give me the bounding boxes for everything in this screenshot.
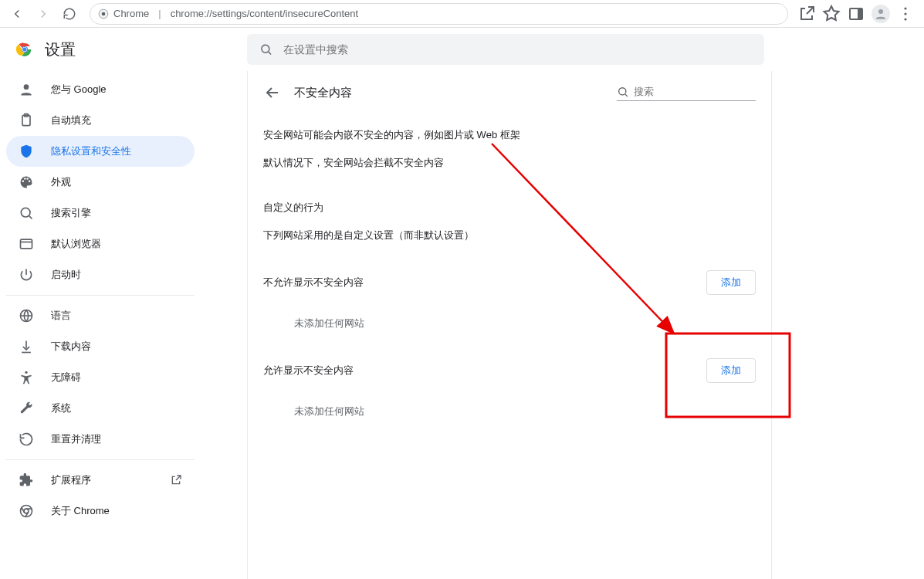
forward-icon bbox=[32, 3, 54, 25]
block-label: 不允许显示不安全内容 bbox=[263, 276, 364, 290]
sidebar-item-privacy-security[interactable]: 隐私设置和安全性 bbox=[6, 136, 195, 167]
search-icon bbox=[617, 85, 629, 99]
share-icon[interactable] bbox=[797, 5, 816, 23]
svg-point-5 bbox=[904, 7, 906, 9]
sidebar-item-search-engine[interactable]: 搜索引擎 bbox=[6, 198, 195, 229]
sidebar-item-label: 系统 bbox=[51, 401, 71, 415]
chrome-outline-icon bbox=[19, 503, 34, 519]
sidebar-item-label: 搜索引擎 bbox=[51, 206, 91, 220]
app-title: 设置 bbox=[45, 39, 76, 60]
person-icon bbox=[19, 82, 34, 97]
sidebar-item-label: 隐私设置和安全性 bbox=[51, 144, 131, 158]
block-empty-note: 未添加任何网站 bbox=[294, 317, 756, 330]
svg-point-10 bbox=[23, 48, 27, 52]
address-bar[interactable]: Chrome | chrome://settings/content/insec… bbox=[90, 3, 788, 25]
svg-point-21 bbox=[619, 87, 626, 94]
side-panel-icon[interactable] bbox=[847, 5, 865, 23]
sidebar-item-autofill[interactable]: 自动填充 bbox=[6, 105, 195, 136]
extension-icon bbox=[19, 472, 34, 488]
svg-rect-16 bbox=[21, 239, 32, 249]
allow-add-button[interactable]: 添加 bbox=[706, 358, 756, 383]
sidebar: 您与 Google 自动填充 隐私设置和安全性 外观 搜索引擎 默认浏览器 bbox=[0, 71, 201, 579]
clipboard-icon bbox=[19, 113, 34, 128]
svg-point-12 bbox=[24, 84, 29, 90]
shield-icon bbox=[19, 144, 34, 159]
custom-behavior-desc: 下列网站采用的是自定义设置（而非默认设置） bbox=[263, 229, 756, 242]
sidebar-item-label: 无障碍 bbox=[51, 371, 81, 384]
svg-point-15 bbox=[21, 208, 30, 217]
content-panel: 不安全内容 安全网站可能会内嵌不安全的内容，例如图片或 Web 框架 默认情况下… bbox=[247, 71, 772, 579]
custom-behavior-heading: 自定义的行为 bbox=[263, 201, 756, 215]
sidebar-item-label: 重置并清理 bbox=[51, 432, 101, 446]
menu-dots-icon[interactable] bbox=[896, 5, 915, 23]
allow-empty-note: 未添加任何网站 bbox=[294, 405, 756, 418]
sidebar-item-about-chrome[interactable]: 关于 Chrome bbox=[6, 496, 195, 527]
sidebar-item-accessibility[interactable]: 无障碍 bbox=[6, 362, 195, 393]
panel-header: 不安全内容 bbox=[263, 71, 756, 114]
sidebar-item-label: 自动填充 bbox=[51, 113, 91, 127]
svg-point-11 bbox=[262, 45, 269, 52]
svg-point-18 bbox=[25, 371, 27, 374]
sidebar-item-system[interactable]: 系统 bbox=[6, 393, 195, 424]
sidebar-item-label: 外观 bbox=[51, 175, 71, 189]
sidebar-item-label: 您与 Google bbox=[51, 83, 107, 96]
bookmark-star-icon[interactable] bbox=[822, 5, 841, 23]
sidebar-item-downloads[interactable]: 下载内容 bbox=[6, 331, 195, 362]
palette-icon bbox=[19, 174, 34, 190]
chrome-logo-icon bbox=[15, 40, 34, 59]
sidebar-item-appearance[interactable]: 外观 bbox=[6, 167, 195, 198]
reload-icon[interactable] bbox=[59, 3, 80, 25]
panel-search-input[interactable] bbox=[634, 86, 756, 97]
globe-icon bbox=[19, 308, 34, 323]
search-icon bbox=[19, 205, 34, 221]
wrench-icon bbox=[19, 401, 34, 416]
sidebar-item-label: 扩展程序 bbox=[51, 473, 91, 487]
address-prefix: Chrome bbox=[113, 8, 149, 19]
svg-point-4 bbox=[878, 9, 883, 14]
block-add-button[interactable]: 添加 bbox=[706, 270, 756, 295]
sidebar-item-label: 下载内容 bbox=[51, 340, 91, 354]
accessibility-icon bbox=[19, 370, 34, 385]
allow-group: 允许显示不安全内容 添加 未添加任何网站 bbox=[263, 358, 756, 418]
settings-search[interactable] bbox=[247, 34, 764, 65]
address-separator: | bbox=[158, 8, 161, 19]
svg-point-1 bbox=[102, 12, 106, 15]
back-arrow-button[interactable] bbox=[263, 83, 282, 102]
browser-icon bbox=[19, 236, 34, 252]
app-header: 设置 bbox=[0, 28, 924, 71]
address-path: chrome://settings/content/insecureConten… bbox=[171, 8, 359, 19]
sidebar-item-on-startup[interactable]: 启动时 bbox=[6, 259, 195, 290]
panel-description-2: 默认情况下，安全网站会拦截不安全内容 bbox=[263, 156, 756, 170]
svg-point-6 bbox=[904, 12, 906, 15]
sidebar-item-you-and-google[interactable]: 您与 Google bbox=[6, 74, 195, 105]
restore-icon bbox=[19, 432, 34, 447]
download-icon bbox=[19, 339, 34, 354]
sidebar-item-extensions[interactable]: 扩展程序 bbox=[6, 465, 195, 496]
panel-search[interactable] bbox=[617, 85, 756, 101]
profile-avatar[interactable] bbox=[872, 5, 890, 23]
panel-title: 不安全内容 bbox=[294, 86, 352, 100]
svg-rect-3 bbox=[858, 8, 862, 19]
sidebar-divider bbox=[6, 295, 195, 296]
search-icon bbox=[259, 42, 272, 56]
chrome-page-icon bbox=[98, 8, 109, 19]
sidebar-item-label: 启动时 bbox=[51, 268, 81, 282]
external-link-icon bbox=[170, 474, 182, 486]
sidebar-item-default-browser[interactable]: 默认浏览器 bbox=[6, 229, 195, 259]
svg-point-7 bbox=[904, 18, 906, 20]
settings-search-input[interactable] bbox=[283, 43, 752, 56]
sidebar-item-reset-cleanup[interactable]: 重置并清理 bbox=[6, 424, 195, 455]
block-group: 不允许显示不安全内容 添加 未添加任何网站 bbox=[263, 270, 756, 330]
sidebar-item-label: 默认浏览器 bbox=[51, 237, 101, 251]
allow-label: 允许显示不安全内容 bbox=[263, 364, 354, 378]
sidebar-item-languages[interactable]: 语言 bbox=[6, 300, 195, 331]
back-icon[interactable] bbox=[6, 3, 28, 25]
power-icon bbox=[19, 267, 34, 283]
sidebar-item-label: 关于 Chrome bbox=[51, 504, 110, 518]
sidebar-divider bbox=[6, 459, 195, 460]
sidebar-item-label: 语言 bbox=[51, 309, 71, 323]
browser-toolbar: Chrome | chrome://settings/content/insec… bbox=[0, 0, 924, 28]
panel-description-1: 安全网站可能会内嵌不安全的内容，例如图片或 Web 框架 bbox=[263, 128, 756, 142]
